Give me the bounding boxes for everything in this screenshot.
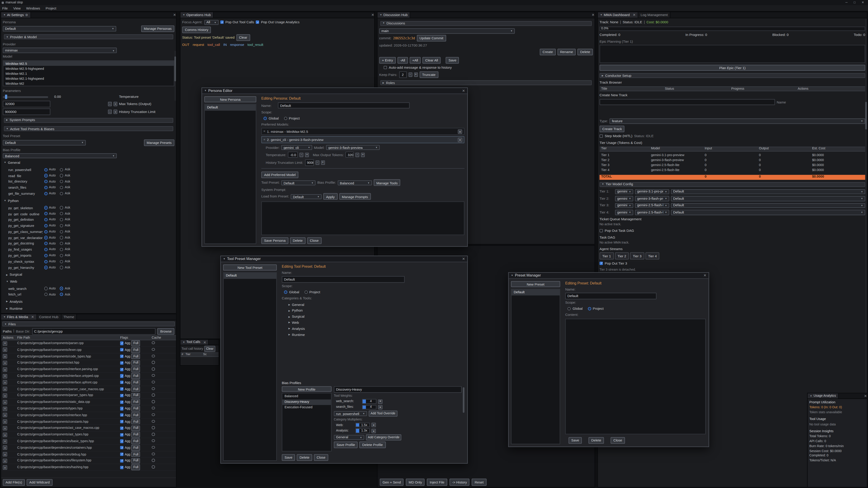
auto-add-checkbox[interactable] (383, 66, 387, 69)
tool-override-select[interactable]: run_powershell▼ (334, 411, 367, 416)
close-icon[interactable]: ✕ (31, 315, 34, 319)
conductor-setup-header[interactable]: ▶ Conductor Setup (599, 73, 865, 78)
remove-file-button[interactable]: x (3, 387, 7, 391)
remove-file-button[interactable]: x (3, 348, 7, 352)
auto-radio[interactable] (44, 293, 48, 296)
full-button[interactable]: Full (131, 425, 140, 431)
weight-slider[interactable]: 4 (362, 399, 377, 404)
preset-list-item[interactable]: Default (512, 289, 560, 295)
new-preset-button[interactable]: New Preset (511, 281, 560, 287)
auto-radio[interactable] (44, 212, 48, 215)
agg-checkbox[interactable] (120, 348, 123, 352)
full-button[interactable]: Full (131, 340, 140, 346)
plus-all-button[interactable]: +All (410, 57, 421, 64)
pe-max-output-input[interactable]: 32000 (345, 151, 354, 158)
scope-project-radio[interactable] (304, 291, 308, 294)
auto-radio[interactable] (44, 287, 48, 290)
auto-radio[interactable] (44, 218, 48, 221)
agg-checkbox[interactable] (120, 427, 123, 430)
paths-label[interactable]: Paths (3, 329, 11, 333)
tier-provider-select[interactable]: gemini▼ (615, 203, 633, 208)
track-name-input[interactable] (599, 99, 775, 105)
close-icon[interactable]: ✕ (592, 13, 595, 17)
save-persona-button[interactable]: Save Persona (261, 237, 288, 244)
pe-temperature-input[interactable]: -0.0 (288, 151, 298, 158)
increment-button[interactable]: + (414, 72, 418, 77)
new-persona-button[interactable]: New Persona (204, 96, 256, 102)
cache-indicator[interactable] (152, 400, 155, 403)
full-button[interactable]: Full (131, 445, 140, 451)
decrement-button[interactable]: - (355, 153, 359, 157)
stream-tab[interactable]: Tier 2 (615, 253, 629, 259)
save-profile-button[interactable]: Save Profile (334, 441, 358, 448)
increment-button[interactable]: + (321, 160, 324, 165)
bias-profile-item[interactable]: Discovery-Heavy (282, 399, 331, 405)
menu-item[interactable]: File (2, 6, 8, 10)
ask-radio[interactable] (60, 206, 63, 209)
cache-indicator[interactable] (152, 367, 155, 370)
auto-radio[interactable] (44, 206, 48, 209)
cache-indicator[interactable] (152, 361, 155, 364)
remove-weight-button[interactable]: ✕ (378, 405, 383, 410)
cache-indicator[interactable] (152, 407, 155, 410)
persona-list-item[interactable]: Default (205, 105, 256, 110)
tier-preset-select[interactable]: Default▼ (671, 203, 865, 208)
category-node[interactable]: ▶ General (287, 302, 465, 307)
group-header-web[interactable]: ▼Web (3, 279, 174, 284)
remove-multiplier-button[interactable]: ✕ (371, 423, 376, 427)
scope-project-radio[interactable] (588, 307, 591, 311)
close-icon[interactable]: ✕ (633, 13, 636, 17)
add-category-override-button[interactable]: Add Category Override (366, 434, 401, 440)
composer-button[interactable]: -> History (450, 479, 470, 486)
tier-preset-select[interactable]: Default▼ (671, 210, 865, 215)
scrollbar[interactable] (174, 51, 176, 101)
close-button[interactable]: ✕ (860, 1, 866, 4)
ask-radio[interactable] (60, 224, 63, 227)
cache-indicator[interactable] (152, 387, 155, 390)
stream-tab[interactable]: Tier 3 (630, 253, 644, 259)
full-button[interactable]: Full (131, 451, 140, 457)
full-button[interactable]: Full (131, 419, 140, 424)
add-files-button[interactable]: Add File(s) (3, 479, 25, 486)
increment-button[interactable]: + (361, 153, 365, 157)
remove-file-button[interactable]: x (3, 432, 7, 437)
manage-presets-button[interactable]: Manage Presets (144, 139, 175, 146)
decrement-button[interactable]: - (108, 102, 112, 106)
minus-all-button[interactable]: -All (397, 57, 408, 64)
tier-model-select[interactable]: gemini-3-flash-preview▼ (635, 196, 669, 201)
close-icon[interactable]: ✕ (704, 273, 706, 278)
group-header-analysis[interactable]: ▶Analysis (3, 299, 174, 304)
model-list-item[interactable]: MiniMax-M2.1 (3, 71, 174, 76)
agg-checkbox[interactable] (120, 387, 123, 391)
remove-file-button[interactable]: x (3, 452, 7, 457)
pop-out-usage-analytics-checkbox[interactable] (256, 21, 259, 24)
category-node[interactable]: ▶ Web (287, 320, 465, 325)
tab-operations-hub[interactable]: ▼ Operations Hub (180, 12, 213, 18)
remove-weight-button[interactable]: ✕ (378, 399, 383, 404)
composer-button[interactable]: Inject File (427, 479, 447, 486)
rename-discussion-button[interactable]: Rename (557, 48, 576, 55)
full-button[interactable]: Full (131, 458, 140, 464)
bias-profile-item[interactable]: Balanced (282, 394, 331, 399)
cache-indicator[interactable] (152, 439, 155, 442)
agg-checkbox[interactable] (120, 407, 123, 410)
remove-file-button[interactable]: x (3, 413, 7, 418)
close-icon[interactable]: ✕ (462, 89, 465, 93)
auto-radio[interactable] (44, 224, 48, 227)
full-button[interactable]: Full (131, 438, 140, 444)
agg-checkbox[interactable] (120, 355, 123, 358)
auto-radio[interactable] (44, 174, 48, 177)
composer-button[interactable]: MD Only (406, 479, 425, 486)
remove-file-button[interactable]: x (3, 439, 7, 444)
remove-file-button[interactable]: x (3, 426, 7, 431)
agg-checkbox[interactable] (120, 433, 123, 436)
ask-radio[interactable] (60, 186, 63, 189)
tool-preset-select[interactable]: Default▼ (3, 140, 86, 145)
close-icon[interactable]: ✕ (864, 394, 867, 398)
category-node[interactable]: ▶ Surgical (287, 314, 465, 319)
remove-model-button[interactable]: ✕ (458, 129, 462, 134)
full-button[interactable]: Full (131, 347, 140, 353)
decrement-button[interactable]: - (108, 109, 112, 114)
persona-editor-titlebar[interactable]: ▼ Persona Editor ✕ (202, 88, 467, 94)
scrollbar[interactable] (463, 386, 464, 452)
